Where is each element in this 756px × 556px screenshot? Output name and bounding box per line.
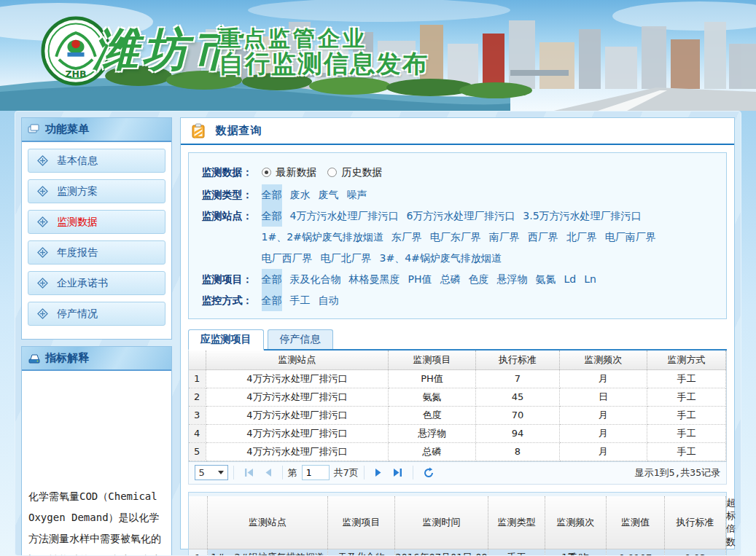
sidebar-item-1[interactable]: 监测方案 xyxy=(28,179,165,203)
indicator-panel: 指标解释 化学需氧量COD（Chemical Oxygen Demand）是以化… xyxy=(21,346,172,556)
item-option-3[interactable]: PH值 xyxy=(408,269,432,290)
station-option-4[interactable]: 1#、2#锅炉废气排放烟道 xyxy=(262,227,383,248)
page-title: 数据查询 xyxy=(216,124,262,138)
next-page-button[interactable] xyxy=(374,467,383,478)
column-header: 监测方式 xyxy=(647,351,726,369)
type-option-2[interactable]: 废气 xyxy=(319,184,339,205)
radio-unselected-icon[interactable] xyxy=(327,168,337,177)
station-option-0[interactable]: 全部 xyxy=(262,205,282,227)
sidebar-item-label: 基本信息 xyxy=(57,154,98,168)
table-header-row: 监测站点监测项目监测时间监测类型监测频次监测值执行标准超标倍数 xyxy=(189,496,726,549)
item-option-7[interactable]: 氨氮 xyxy=(535,269,556,290)
table-row[interactable]: 11#、2#锅炉废气排放烟道汞及化合物2016年07月01日-09手工1季/次0… xyxy=(189,549,726,556)
column-header: 执行标准 xyxy=(476,351,560,369)
station-option-3[interactable]: 3.5万方污水处理厂排污口 xyxy=(523,205,641,227)
filter-label-mode: 监控方式： xyxy=(202,290,262,311)
tab-0[interactable]: 应监测项目 xyxy=(188,329,264,351)
item-option-5[interactable]: 色度 xyxy=(468,269,488,290)
radio-selected-icon[interactable] xyxy=(262,168,271,177)
last-page-button[interactable] xyxy=(392,467,403,478)
record-summary: 显示1到5,共35记录 xyxy=(635,466,720,479)
folder-icon xyxy=(28,124,41,135)
compass-arrows-icon xyxy=(37,216,48,227)
table-row[interactable]: 14万方污水处理厂排污口PH值7月手工 xyxy=(189,369,726,388)
column-header: 监测项目 xyxy=(328,496,395,549)
item-option-2[interactable]: 林格曼黑度 xyxy=(349,269,400,290)
sidebar-item-3[interactable]: 年度报告 xyxy=(28,240,165,265)
table-row[interactable]: 44万方污水处理厂排污口悬浮物94月手工 xyxy=(189,424,726,442)
data-radio-group: 最新数据历史数据 xyxy=(262,162,722,184)
indicator-body: 化学需氧量COD（Chemical Oxygen Demand）是以化学方法测量… xyxy=(22,371,171,556)
filter-row-type: 监测类型： 全部废水废气噪声 xyxy=(202,184,722,205)
table-cell: 汞及化合物 xyxy=(328,549,395,556)
mode-option-2[interactable]: 自动 xyxy=(319,290,339,311)
type-option-1[interactable]: 废水 xyxy=(290,184,311,205)
station-option-2[interactable]: 6万方污水处理厂排污口 xyxy=(406,205,515,227)
tab-1[interactable]: 停产信息 xyxy=(268,329,333,349)
table-cell: 4万方污水处理厂排污口 xyxy=(206,442,389,461)
table-cell: PH值 xyxy=(389,369,476,388)
sidebar-item-2[interactable]: 监测数据 xyxy=(28,210,165,234)
filter-row-mode: 监控方式： 全部手工自动 xyxy=(202,290,722,311)
item-option-1[interactable]: 汞及化合物 xyxy=(290,269,341,290)
page-size-select[interactable]: 5 xyxy=(195,465,228,480)
table-cell: 45 xyxy=(476,388,560,406)
data-radio-option-0[interactable]: 最新数据 xyxy=(262,162,317,183)
table-cell: 1季/次 xyxy=(545,549,607,556)
station-option-7[interactable]: 南厂界 xyxy=(489,227,520,248)
document-stack-icon xyxy=(28,353,41,364)
refresh-icon[interactable] xyxy=(423,467,434,479)
type-option-group: 全部废水废气噪声 xyxy=(262,184,722,205)
mode-option-1[interactable]: 手工 xyxy=(290,290,311,311)
function-menu-header: 功能菜单 xyxy=(22,118,171,142)
station-option-6[interactable]: 电厂东厂界 xyxy=(430,227,481,248)
query-filter-box: 监测数据： 最新数据历史数据 监测类型： 全部废水废气噪声 监测站点： 全部4万… xyxy=(188,152,728,319)
first-page-button[interactable] xyxy=(243,467,254,478)
data-radio-option-1[interactable]: 历史数据 xyxy=(327,162,383,183)
sidebar-item-0[interactable]: 基本信息 xyxy=(28,149,165,173)
column-header: 执行标准 xyxy=(665,496,726,549)
table-row[interactable]: 54万方污水处理厂排污口总磷8月手工 xyxy=(189,442,726,461)
indicator-explanation-text: 化学需氧量COD（Chemical Oxygen Demand）是以化学方法测量… xyxy=(28,486,165,556)
station-option-11[interactable]: 电厂西厂界 xyxy=(262,248,313,269)
header-banner: ZHB 潍坊市 重点监管企业 自行监测信息发布 xyxy=(0,0,756,111)
item-option-8[interactable]: Ld xyxy=(564,269,576,290)
station-option-group: 全部4万方污水处理厂排污口6万方污水处理厂排污口3.5万方污水处理厂排污口1#、… xyxy=(262,205,722,269)
page-number-input[interactable] xyxy=(302,465,330,480)
column-header: 监测项目 xyxy=(389,351,476,369)
item-option-0[interactable]: 全部 xyxy=(262,269,282,290)
sidebar-item-label: 监测方案 xyxy=(57,185,98,198)
filter-label-station: 监测站点： xyxy=(202,205,262,227)
station-option-12[interactable]: 电厂北厂界 xyxy=(321,248,372,269)
table-cell: 手工 xyxy=(647,369,726,388)
table-cell: 8 xyxy=(476,442,560,461)
site-subtitle-line1: 重点监管企业 xyxy=(219,26,429,50)
sidebar-item-4[interactable]: 企业承诺书 xyxy=(28,271,165,295)
data-table-wrap: 监测站点监测项目监测时间监测类型监测频次监测值执行标准超标倍数11#、2#锅炉废… xyxy=(188,492,728,556)
station-option-9[interactable]: 北厂界 xyxy=(566,227,597,248)
station-option-8[interactable]: 西厂界 xyxy=(528,227,558,248)
table-row[interactable]: 34万方污水处理厂排污口色度70月手工 xyxy=(189,406,726,424)
table-cell: 手工 xyxy=(647,424,726,442)
item-option-4[interactable]: 总磷 xyxy=(440,269,460,290)
radio-option-label: 历史数据 xyxy=(342,162,383,183)
sidebar-item-5[interactable]: 停产情况 xyxy=(28,302,165,326)
station-option-13[interactable]: 3#、4#锅炉废气排放烟道 xyxy=(380,248,502,269)
table-cell: 总磷 xyxy=(389,442,476,461)
station-option-10[interactable]: 电厂南厂界 xyxy=(605,227,656,248)
table-cell: 手工 xyxy=(647,388,726,406)
type-option-3[interactable]: 噪声 xyxy=(347,184,367,205)
table-cell: 日 xyxy=(560,388,647,406)
prev-page-button[interactable] xyxy=(263,467,273,478)
column-header: 监测站点 xyxy=(208,496,328,549)
table-cell: 手工 xyxy=(647,442,726,461)
station-option-1[interactable]: 4万方污水处理厂排污口 xyxy=(290,205,399,227)
item-option-9[interactable]: Ln xyxy=(584,269,596,290)
station-option-5[interactable]: 东厂界 xyxy=(391,227,422,248)
column-header: 监测时间 xyxy=(395,496,488,549)
pagination-bar: 5 第 共7页 显示1到5,共3 xyxy=(188,462,728,485)
type-option-0[interactable]: 全部 xyxy=(262,184,282,205)
table-row[interactable]: 24万方污水处理厂排污口氨氮45日手工 xyxy=(189,388,726,406)
mode-option-0[interactable]: 全部 xyxy=(262,290,282,311)
item-option-6[interactable]: 悬浮物 xyxy=(496,269,527,290)
